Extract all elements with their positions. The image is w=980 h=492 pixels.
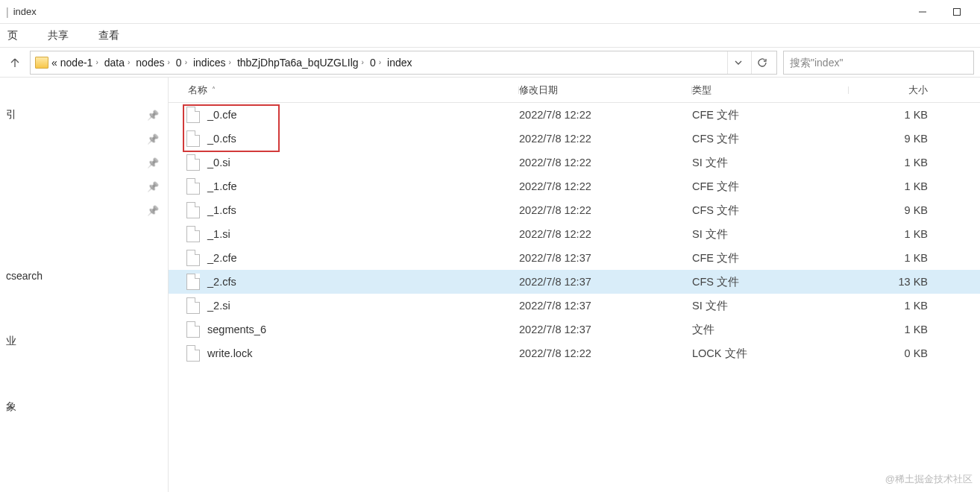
file-row[interactable]: _0.cfs2022/7/8 12:22CFS 文件9 KB: [169, 127, 980, 151]
nav-item-label: csearch: [6, 270, 43, 282]
title-sep: |: [6, 6, 9, 18]
nav-item[interactable]: [0, 240, 168, 264]
nav-item[interactable]: [0, 306, 168, 329]
file-size-cell: 0 KB: [849, 347, 937, 359]
file-row[interactable]: _2.cfe2022/7/8 12:37CFE 文件1 KB: [169, 246, 980, 270]
title-bar: | index: [0, 0, 980, 24]
pin-icon: 📌: [147, 133, 159, 145]
file-name-label: _1.si: [207, 228, 230, 240]
refresh-button[interactable]: [751, 51, 772, 74]
breadcrumb-item[interactable]: nodes›: [136, 57, 170, 69]
address-dropdown-button[interactable]: [727, 51, 748, 74]
file-name-label: _1.cfe: [207, 180, 237, 192]
breadcrumb-item[interactable]: data›: [104, 57, 131, 69]
file-row[interactable]: _2.si2022/7/8 12:37SI 文件1 KB: [169, 294, 980, 318]
file-date-cell: 2022/7/8 12:22: [519, 228, 692, 240]
file-row[interactable]: _1.si2022/7/8 12:22SI 文件1 KB: [169, 222, 980, 246]
file-name-label: _0.cfs: [207, 133, 236, 145]
window-title: index: [13, 6, 37, 17]
search-input[interactable]: [790, 57, 967, 69]
file-name-cell: segments_6: [186, 321, 519, 338]
file-size-cell: 1 KB: [849, 109, 937, 121]
file-type-cell: SI 文件: [692, 299, 849, 313]
nav-up-button[interactable]: [6, 54, 24, 72]
nav-item[interactable]: 业: [0, 329, 168, 353]
file-name-cell: _0.cfe: [186, 107, 519, 123]
file-icon: [186, 107, 200, 123]
breadcrumb-item[interactable]: 0›: [176, 57, 187, 69]
nav-item[interactable]: 象: [0, 395, 168, 419]
breadcrumb-label: nodes: [136, 57, 164, 69]
file-row[interactable]: write.lock2022/7/8 12:22LOCK 文件0 KB: [169, 341, 980, 365]
chevron-right-icon: ›: [95, 58, 98, 66]
file-size-cell: 1 KB: [849, 252, 937, 264]
file-type-cell: LOCK 文件: [692, 347, 849, 361]
column-header-date[interactable]: 修改日期: [519, 83, 692, 97]
file-size-cell: 13 KB: [849, 276, 937, 288]
file-row[interactable]: _0.si2022/7/8 12:22SI 文件1 KB: [169, 151, 980, 174]
nav-item[interactable]: 📌: [0, 174, 168, 198]
ribbon-tabs: 页 共享 查看: [0, 24, 980, 48]
breadcrumb-label: indices: [193, 57, 226, 69]
file-name-cell: _0.cfs: [186, 130, 519, 147]
pin-icon: 📌: [147, 110, 159, 121]
file-date-cell: 2022/7/8 12:22: [519, 347, 692, 359]
navigation-pane: 引📌📌📌📌📌csearch业象: [0, 78, 169, 492]
breadcrumb-label: 0: [176, 57, 182, 69]
file-type-cell: CFE 文件: [692, 108, 849, 122]
file-icon: [186, 130, 200, 147]
minimize-button[interactable]: [905, 0, 940, 24]
nav-item[interactable]: 引📌: [0, 103, 168, 127]
file-icon: [186, 202, 200, 218]
nav-item[interactable]: 📌: [0, 127, 168, 151]
column-header-name[interactable]: 名称 ˄: [186, 83, 519, 97]
ribbon-tab-view[interactable]: 查看: [97, 26, 121, 45]
address-bar[interactable]: « node-1›data›nodes›0›indices›thbZjDhpTa…: [30, 51, 777, 75]
file-name-cell: _0.si: [186, 154, 519, 171]
breadcrumb-item[interactable]: node-1›: [60, 57, 98, 69]
nav-item-label: 引: [6, 108, 16, 122]
file-icon: [186, 154, 200, 171]
sort-indicator-icon: ˄: [212, 86, 216, 94]
column-header-size[interactable]: 大小: [849, 83, 937, 97]
file-date-cell: 2022/7/8 12:22: [519, 133, 692, 145]
column-headers: 名称 ˄ 修改日期 类型 大小: [169, 78, 980, 103]
nav-item[interactable]: 📌: [0, 198, 168, 222]
search-box[interactable]: [783, 51, 974, 75]
file-icon: [186, 274, 200, 290]
file-row[interactable]: _1.cfs2022/7/8 12:22CFS 文件9 KB: [169, 198, 980, 222]
file-icon: [186, 178, 200, 195]
file-name-label: write.lock: [207, 347, 252, 359]
chevron-right-icon: ›: [185, 58, 187, 66]
file-row[interactable]: _2.cfs2022/7/8 12:37CFS 文件13 KB: [169, 270, 980, 294]
file-name-label: _2.cfe: [207, 252, 237, 264]
file-name-cell: _2.cfe: [186, 250, 519, 266]
file-list-pane: 名称 ˄ 修改日期 类型 大小 _0.cfe2022/7/8 12:22CFE …: [169, 78, 980, 492]
nav-item[interactable]: csearch: [0, 264, 168, 288]
column-header-type[interactable]: 类型: [692, 83, 849, 97]
ribbon-tab-home[interactable]: 页: [6, 26, 19, 45]
maximize-button[interactable]: [940, 0, 974, 24]
file-icon: [186, 321, 200, 338]
file-name-cell: _1.cfs: [186, 202, 519, 218]
breadcrumb-item[interactable]: indices›: [193, 57, 231, 69]
file-name-label: segments_6: [207, 324, 266, 335]
file-row[interactable]: _1.cfe2022/7/8 12:22CFE 文件1 KB: [169, 174, 980, 198]
file-row[interactable]: _0.cfe2022/7/8 12:22CFE 文件1 KB: [169, 103, 980, 127]
nav-item[interactable]: 📌: [0, 151, 168, 174]
file-size-cell: 9 KB: [849, 133, 937, 145]
folder-icon: [35, 57, 48, 69]
chevron-right-icon: ›: [362, 58, 364, 66]
file-icon: [186, 250, 200, 266]
file-icon: [186, 345, 200, 362]
breadcrumb-item[interactable]: 0›: [370, 57, 381, 69]
file-rows: _0.cfe2022/7/8 12:22CFE 文件1 KB_0.cfs2022…: [169, 103, 980, 365]
breadcrumb-label: 0: [370, 57, 376, 69]
file-type-cell: 文件: [692, 323, 849, 337]
breadcrumb-item[interactable]: thbZjDhpTa6a_bqUZGLIlg›: [237, 57, 364, 69]
watermark: @稀土掘金技术社区: [885, 473, 973, 486]
nav-item[interactable]: [0, 371, 168, 395]
ribbon-tab-share[interactable]: 共享: [46, 26, 70, 45]
file-row[interactable]: segments_62022/7/8 12:37文件1 KB: [169, 318, 980, 341]
breadcrumb-item[interactable]: index: [387, 57, 412, 69]
